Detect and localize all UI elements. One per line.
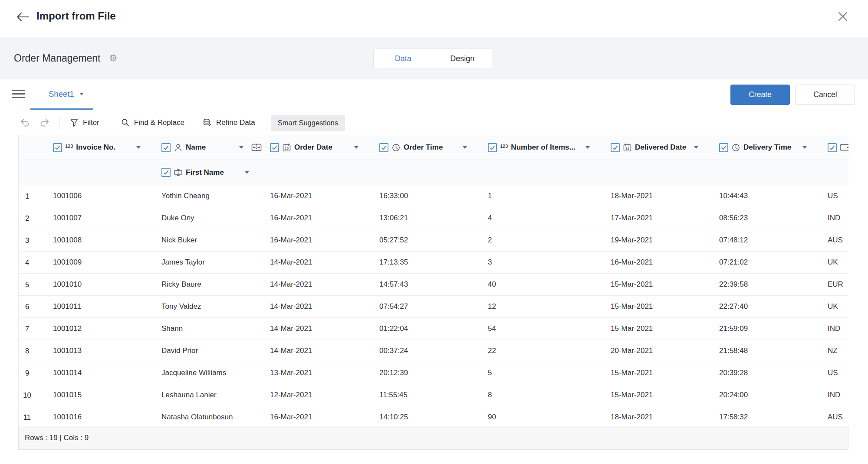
column-checkbox[interactable]	[53, 143, 62, 152]
find-replace-button[interactable]: Find & Replace	[121, 118, 184, 127]
column-header-number-of-items: 123 Number of Items...	[485, 135, 608, 160]
column-checkbox[interactable]	[161, 143, 171, 152]
cell-delivery-time: 08:56:23	[717, 207, 825, 229]
cell-country: UK	[825, 296, 848, 317]
filter-button[interactable]: Filter	[70, 118, 99, 127]
cell-order-time: 01:22:04	[377, 318, 485, 340]
cell-delivered-date: 18-Mar-2021	[608, 406, 717, 426]
cell-order-date: 16-Mar-2021	[267, 185, 377, 207]
cell-name: Natasha Olatunbosun	[159, 406, 267, 426]
active-sheet-underline	[30, 108, 93, 110]
cell-delivered-date: 15-Mar-2021	[608, 384, 717, 406]
cell-order-date: 14-Mar-2021	[267, 252, 377, 273]
row-number-gutter-header	[19, 135, 50, 160]
column-label: Order Date	[294, 143, 332, 152]
top-bar: Import from File	[0, 0, 868, 37]
cell-name: Ricky Baure	[159, 274, 267, 295]
column-checkbox[interactable]	[488, 143, 497, 152]
column-checkbox[interactable]	[611, 143, 620, 152]
workspace-band: Order Management ⚙ Data Design	[0, 37, 868, 79]
cell-invoice-no: 1001014	[50, 362, 159, 384]
cell-order-date: 14-Mar-2021	[267, 318, 377, 340]
column-menu-caret[interactable]	[354, 146, 358, 149]
svg-text:15: 15	[285, 147, 289, 150]
cell-country: IND	[825, 384, 848, 406]
cell-number-of-items: 22	[485, 340, 608, 362]
column-menu-caret[interactable]	[694, 146, 698, 149]
cell-country: EUR	[825, 274, 848, 295]
row-number: 2	[19, 207, 50, 229]
column-menu-caret[interactable]	[239, 146, 243, 149]
row-number: 1	[19, 185, 50, 207]
gear-icon[interactable]: ⚙	[109, 54, 117, 63]
column-checkbox[interactable]	[270, 143, 279, 152]
column-checkbox[interactable]	[161, 168, 171, 177]
cell-number-of-items: 4	[485, 207, 608, 229]
column-menu-caret[interactable]	[585, 146, 590, 149]
cell-invoice-no: 1001008	[50, 229, 159, 251]
sub-header-row: First Name	[19, 160, 848, 185]
column-label: Delivery Time	[743, 143, 791, 152]
redo-icon[interactable]	[39, 118, 49, 127]
page-title: Import from File	[36, 10, 116, 22]
cell-delivery-time: 22:27:40	[717, 296, 825, 317]
cell-order-date: 16-Mar-2021	[267, 229, 377, 251]
tab-design[interactable]: Design	[433, 49, 492, 69]
cell-order-time: 16:33:00	[377, 185, 485, 207]
cell-number-of-items: 2	[485, 229, 608, 251]
search-icon	[121, 118, 130, 127]
sub-column-first-name: First Name	[159, 160, 267, 185]
cell-order-date: 14-Mar-2021	[267, 274, 377, 295]
column-header-delivered-date: 15 Delivered Date	[608, 135, 717, 160]
sheet-tab[interactable]: Sheet1	[49, 87, 84, 101]
table-row: 4 1001009 James Taylor 14-Mar-2021 17:13…	[19, 252, 848, 274]
column-menu-caret[interactable]	[463, 146, 467, 149]
column-menu-caret[interactable]	[245, 171, 249, 174]
smart-suggestions-button[interactable]: Smart Suggestions	[271, 115, 345, 131]
cell-name: James Taylor	[159, 252, 267, 273]
hamburger-menu-icon[interactable]	[12, 90, 25, 99]
column-label: Order Time	[404, 143, 443, 152]
cell-delivered-date: 17-Mar-2021	[608, 207, 717, 229]
column-checkbox[interactable]	[379, 143, 388, 152]
row-number: 8	[19, 340, 50, 362]
data-design-switch: Data Design	[373, 49, 492, 69]
column-label: Delivered Date	[635, 143, 686, 152]
tab-data[interactable]: Data	[374, 49, 433, 69]
refine-data-button[interactable]: Refine Data	[203, 118, 255, 127]
table-toolbar: Filter Find & Replace Refine Data Smart …	[0, 111, 868, 135]
cell-name: Jacqueline Williams	[159, 362, 267, 384]
cell-country: IND	[825, 207, 848, 229]
cell-delivered-date: 15-Mar-2021	[608, 274, 717, 295]
calendar-type-icon: 15	[623, 143, 632, 152]
cell-country: NZ	[825, 340, 848, 362]
cell-number-of-items: 8	[485, 384, 608, 406]
cell-country: AUS	[825, 229, 848, 251]
column-menu-caret[interactable]	[802, 146, 807, 149]
back-arrow-icon[interactable]	[16, 11, 30, 23]
column-label: Name	[186, 143, 206, 152]
toolbar-divider	[59, 116, 59, 129]
cell-delivered-date: 15-Mar-2021	[608, 362, 717, 384]
cell-order-date: 14-Mar-2021	[267, 296, 377, 317]
cell-delivery-time: 20:24:00	[717, 384, 825, 406]
column-label: Number of Items...	[511, 143, 575, 152]
column-checkbox[interactable]	[719, 143, 728, 152]
cancel-button[interactable]: Cancel	[796, 85, 855, 105]
table-body: 1 1001006 Yothin Cheang 16-Mar-2021 16:3…	[19, 185, 848, 426]
close-icon[interactable]	[837, 10, 849, 23]
cell-delivered-date: 18-Mar-2021	[608, 185, 717, 207]
sheet-bar: Sheet1 Create Cancel	[0, 79, 868, 111]
column-checkbox[interactable]	[828, 143, 837, 152]
create-button[interactable]: Create	[730, 85, 790, 105]
cell-invoice-no: 1001010	[50, 274, 159, 295]
table-row: 7 1001012 Shann 14-Mar-2021 01:22:04 54 …	[19, 318, 848, 340]
row-number: 10	[19, 384, 50, 406]
split-column-icon[interactable]	[251, 143, 262, 152]
text-cursor-type-icon	[174, 168, 183, 176]
cell-delivery-time: 17:58:32	[717, 406, 825, 426]
number-type-icon: 123	[500, 144, 508, 149]
column-menu-caret[interactable]	[136, 146, 141, 149]
column-header-delivery-time: Delivery Time	[717, 135, 825, 160]
undo-icon[interactable]	[20, 118, 30, 127]
